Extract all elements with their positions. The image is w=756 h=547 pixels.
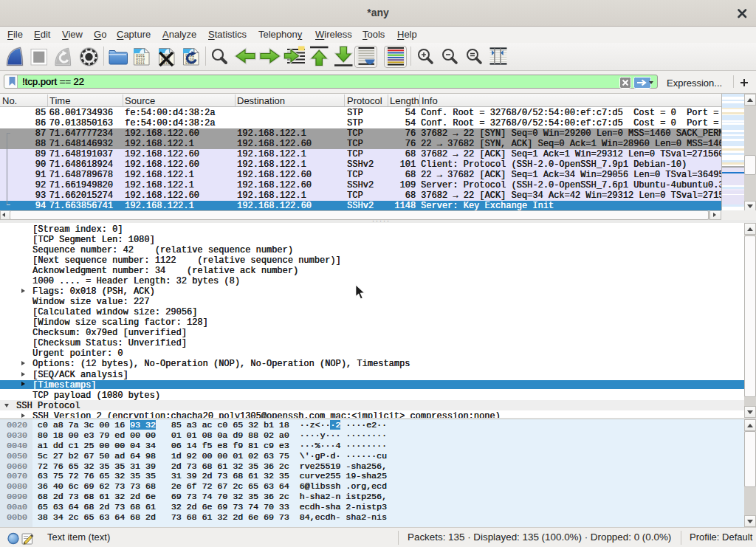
svg-text:0111: 0111: [136, 61, 145, 66]
